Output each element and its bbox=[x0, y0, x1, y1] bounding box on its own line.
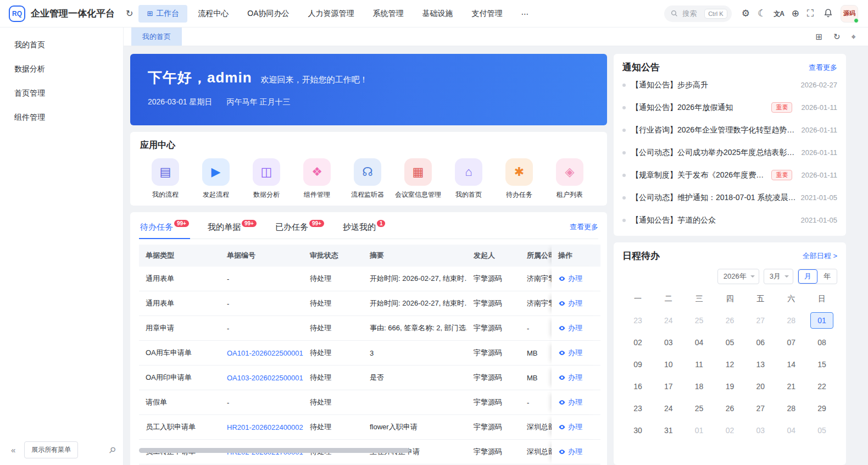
calendar-day[interactable]: 19 bbox=[715, 375, 745, 397]
calendar-day[interactable]: 08 bbox=[806, 331, 837, 353]
calendar-day[interactable]: 27 bbox=[745, 309, 776, 331]
show-all-menu-button[interactable]: 展示所有菜单 bbox=[24, 441, 78, 458]
schedule-more-link[interactable]: 全部日程 > bbox=[803, 251, 837, 261]
calendar-day[interactable]: 26 bbox=[715, 397, 745, 419]
collapse-sidebar-icon[interactable]: « bbox=[8, 444, 19, 456]
nav-item-0[interactable]: ⊞工作台 bbox=[138, 5, 187, 23]
tasks-tab-2[interactable]: 已办任务99+ bbox=[274, 215, 325, 239]
calendar-day[interactable]: 01 bbox=[806, 309, 837, 331]
tasks-tab-0[interactable]: 待办任务99+ bbox=[139, 215, 190, 239]
app-component-manage[interactable]: ❖组件管理 bbox=[292, 158, 342, 200]
calendar-day[interactable]: 06 bbox=[745, 331, 776, 353]
sidebar-item-0[interactable]: 我的首页 bbox=[0, 33, 123, 57]
horizontal-scrollbar[interactable] bbox=[139, 448, 409, 453]
pin-icon[interactable]: ⚲ bbox=[107, 444, 118, 456]
notice-item-1[interactable]: 【通知公告】2026年放假通知重要2026-01-11 bbox=[622, 96, 837, 119]
grid-icon[interactable]: ⊞ bbox=[813, 30, 825, 43]
month-select[interactable]: 3月 bbox=[764, 269, 793, 284]
calendar-day[interactable]: 14 bbox=[776, 353, 806, 375]
nav-item-6[interactable]: 支付管理 bbox=[464, 5, 511, 23]
app-todo-task[interactable]: ✱待办任务 bbox=[494, 158, 544, 200]
calendar-day[interactable]: 25 bbox=[684, 309, 715, 331]
calendar-day[interactable]: 27 bbox=[745, 397, 776, 419]
calendar-day[interactable]: 20 bbox=[745, 375, 776, 397]
refresh-icon[interactable]: ↻ bbox=[831, 30, 843, 43]
settings-icon[interactable]: ⚙ bbox=[739, 7, 752, 20]
app-tenant-list[interactable]: ◈租户列表 bbox=[544, 158, 595, 200]
notice-item-2[interactable]: 【行业咨询】2026年企业管理数字化转型趋势…2026-01-11 bbox=[622, 119, 837, 141]
calendar-day[interactable]: 13 bbox=[745, 353, 776, 375]
page-tab-my-home[interactable]: 我的首页 bbox=[131, 27, 182, 46]
calendar-day[interactable]: 01 bbox=[684, 419, 715, 441]
view-month-button[interactable]: 月 bbox=[798, 269, 817, 284]
calendar-day[interactable]: 21 bbox=[776, 375, 806, 397]
calendar-day[interactable]: 02 bbox=[715, 419, 745, 441]
calendar-day[interactable]: 03 bbox=[653, 331, 684, 353]
calendar-day[interactable]: 29 bbox=[806, 397, 837, 419]
calendar-day[interactable]: 25 bbox=[684, 397, 715, 419]
doc-no-link[interactable]: HR201-2026022400002 bbox=[220, 423, 303, 431]
calendar-day[interactable]: 10 bbox=[653, 353, 684, 375]
app-logo[interactable]: RQ bbox=[9, 5, 25, 22]
calendar-day[interactable]: 24 bbox=[653, 397, 684, 419]
calendar-day[interactable]: 23 bbox=[622, 309, 653, 331]
calendar-day[interactable]: 18 bbox=[684, 375, 715, 397]
sidebar-item-2[interactable]: 首页管理 bbox=[0, 81, 123, 106]
handle-button[interactable]: 办理 bbox=[558, 298, 582, 308]
calendar-day[interactable]: 30 bbox=[622, 419, 653, 441]
bell-icon[interactable] bbox=[821, 6, 835, 21]
refresh-icon[interactable]: ↻ bbox=[124, 7, 135, 20]
tasks-tab-1[interactable]: 我的单据99+ bbox=[207, 215, 258, 239]
calendar-day[interactable]: 23 bbox=[622, 397, 653, 419]
app-my-home[interactable]: ⌂我的首页 bbox=[443, 158, 494, 200]
translate-icon[interactable]: 文A bbox=[771, 8, 786, 19]
calendar-day[interactable]: 09 bbox=[622, 353, 653, 375]
calendar-day[interactable]: 28 bbox=[776, 309, 806, 331]
calendar-day[interactable]: 04 bbox=[776, 419, 806, 441]
app-data-analysis[interactable]: ◫数据分析 bbox=[241, 158, 292, 200]
notice-item-4[interactable]: 【规章制度】关于发布《2026年度费…重要2026-01-11 bbox=[622, 164, 837, 186]
handle-button[interactable]: 办理 bbox=[558, 348, 582, 358]
handle-button[interactable]: 办理 bbox=[558, 422, 582, 432]
sidebar-item-3[interactable]: 组件管理 bbox=[0, 106, 123, 130]
year-select[interactable]: 2026年 bbox=[717, 269, 759, 284]
nav-item-1[interactable]: 流程中心 bbox=[190, 5, 237, 23]
tasks-more-link[interactable]: 查看更多 bbox=[570, 222, 598, 232]
calendar-day[interactable]: 07 bbox=[776, 331, 806, 353]
calendar-day[interactable]: 02 bbox=[622, 331, 653, 353]
handle-button[interactable]: 办理 bbox=[558, 323, 582, 333]
global-search[interactable]: 搜索 Ctrl K bbox=[664, 5, 732, 22]
app-meeting-room-info[interactable]: ▦会议室信息管理 bbox=[393, 158, 443, 200]
nav-item-7[interactable]: ⋯ bbox=[513, 5, 537, 22]
calendar-day[interactable]: 05 bbox=[715, 331, 745, 353]
calendar-day[interactable]: 24 bbox=[653, 309, 684, 331]
app-my-process[interactable]: ▤我的流程 bbox=[140, 158, 191, 200]
handle-button[interactable]: 办理 bbox=[558, 373, 582, 383]
calendar-day[interactable]: 17 bbox=[653, 375, 684, 397]
nav-item-2[interactable]: OA协同办公 bbox=[239, 5, 297, 23]
calendar-day[interactable]: 03 bbox=[745, 419, 776, 441]
handle-button[interactable]: 办理 bbox=[558, 274, 582, 284]
calendar-day[interactable]: 26 bbox=[715, 309, 745, 331]
user-avatar[interactable]: 源码 bbox=[841, 5, 858, 23]
calendar-day[interactable]: 12 bbox=[715, 353, 745, 375]
sidebar-item-1[interactable]: 数据分析 bbox=[0, 57, 123, 81]
calendar-day[interactable]: 11 bbox=[684, 353, 715, 375]
nav-item-3[interactable]: 人力资源管理 bbox=[300, 5, 363, 23]
fullscreen-icon[interactable]: ⛶ bbox=[805, 7, 816, 20]
calendar-day[interactable]: 16 bbox=[622, 375, 653, 397]
tasks-tab-3[interactable]: 抄送我的1 bbox=[342, 215, 387, 239]
notice-item-3[interactable]: 【公司动态】公司成功举办2025年度总结表彰…2026-01-11 bbox=[622, 141, 837, 164]
app-process-listener[interactable]: ☊流程监听器 bbox=[342, 158, 393, 200]
dark-mode-icon[interactable]: ☾ bbox=[755, 7, 768, 20]
nav-item-5[interactable]: 基础设施 bbox=[414, 5, 461, 23]
calendar-day[interactable]: 31 bbox=[653, 419, 684, 441]
calendar-day[interactable]: 28 bbox=[776, 397, 806, 419]
calendar-day[interactable]: 15 bbox=[806, 353, 837, 375]
nav-item-4[interactable]: 系统管理 bbox=[365, 5, 412, 23]
notices-more-link[interactable]: 查看更多 bbox=[809, 63, 837, 73]
handle-button[interactable]: 办理 bbox=[558, 447, 582, 457]
calendar-day[interactable]: 04 bbox=[684, 331, 715, 353]
doc-no-link[interactable]: OA103-2026022500001 bbox=[220, 374, 303, 382]
notice-item-6[interactable]: 【通知公告】芋道的公众2021-01-05 bbox=[622, 209, 837, 231]
